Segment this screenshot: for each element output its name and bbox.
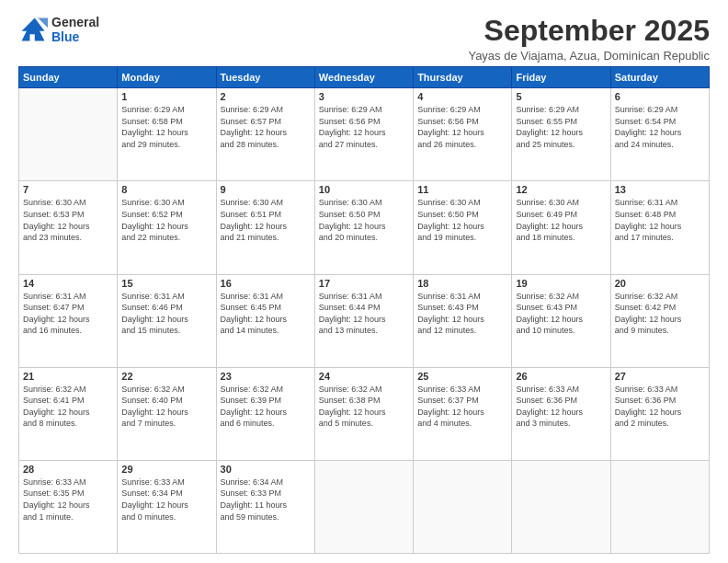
- day-detail: Sunrise: 6:32 AMSunset: 6:38 PMDaylight:…: [319, 384, 409, 430]
- day-number: 29: [121, 464, 211, 475]
- calendar-header-sunday: Sunday: [19, 67, 118, 88]
- calendar-cell: 18Sunrise: 6:31 AMSunset: 6:43 PMDayligh…: [414, 274, 512, 367]
- calendar-week-2: 14Sunrise: 6:31 AMSunset: 6:47 PMDayligh…: [19, 274, 710, 367]
- day-detail: Sunrise: 6:31 AMSunset: 6:43 PMDaylight:…: [417, 291, 507, 337]
- calendar-cell: 27Sunrise: 6:33 AMSunset: 6:36 PMDayligh…: [610, 367, 709, 460]
- calendar-cell: 10Sunrise: 6:30 AMSunset: 6:50 PMDayligh…: [314, 181, 413, 274]
- day-detail: Sunrise: 6:32 AMSunset: 6:41 PMDaylight:…: [23, 384, 113, 430]
- day-number: 9: [221, 184, 311, 195]
- calendar-header-tuesday: Tuesday: [216, 67, 314, 88]
- day-detail: Sunrise: 6:32 AMSunset: 6:43 PMDaylight:…: [516, 291, 606, 337]
- day-detail: Sunrise: 6:30 AMSunset: 6:51 PMDaylight:…: [221, 197, 311, 243]
- day-detail: Sunrise: 6:29 AMSunset: 6:57 PMDaylight:…: [221, 104, 311, 150]
- day-detail: Sunrise: 6:31 AMSunset: 6:46 PMDaylight:…: [121, 291, 211, 337]
- day-detail: Sunrise: 6:32 AMSunset: 6:42 PMDaylight:…: [615, 291, 705, 337]
- calendar-cell: 5Sunrise: 6:29 AMSunset: 6:55 PMDaylight…: [512, 88, 610, 181]
- calendar-cell: 8Sunrise: 6:30 AMSunset: 6:52 PMDaylight…: [118, 181, 216, 274]
- calendar-cell: 30Sunrise: 6:34 AMSunset: 6:33 PMDayligh…: [216, 460, 314, 553]
- day-number: 3: [319, 91, 409, 102]
- day-number: 6: [615, 91, 705, 102]
- svg-marker-0: [22, 18, 45, 41]
- day-number: 5: [516, 91, 606, 102]
- month-title: September 2025: [468, 15, 710, 47]
- calendar-header-saturday: Saturday: [610, 67, 709, 88]
- calendar-table: SundayMondayTuesdayWednesdayThursdayFrid…: [18, 66, 710, 554]
- calendar-header-wednesday: Wednesday: [314, 67, 413, 88]
- day-detail: Sunrise: 6:30 AMSunset: 6:53 PMDaylight:…: [23, 197, 113, 243]
- calendar-cell: 26Sunrise: 6:33 AMSunset: 6:36 PMDayligh…: [512, 367, 610, 460]
- calendar-cell: 2Sunrise: 6:29 AMSunset: 6:57 PMDaylight…: [216, 88, 314, 181]
- logo-text: General Blue: [51, 15, 99, 44]
- day-detail: Sunrise: 6:32 AMSunset: 6:39 PMDaylight:…: [221, 384, 311, 430]
- calendar-cell: [512, 460, 610, 553]
- day-detail: Sunrise: 6:33 AMSunset: 6:35 PMDaylight:…: [23, 477, 113, 523]
- day-detail: Sunrise: 6:29 AMSunset: 6:55 PMDaylight:…: [516, 104, 606, 150]
- calendar-cell: 12Sunrise: 6:30 AMSunset: 6:49 PMDayligh…: [512, 181, 610, 274]
- day-number: 13: [615, 184, 705, 195]
- day-number: 10: [319, 184, 409, 195]
- day-number: 17: [319, 278, 409, 289]
- day-detail: Sunrise: 6:33 AMSunset: 6:34 PMDaylight:…: [121, 477, 211, 523]
- day-number: 8: [121, 184, 211, 195]
- calendar-header-row: SundayMondayTuesdayWednesdayThursdayFrid…: [19, 67, 710, 88]
- calendar-cell: 25Sunrise: 6:33 AMSunset: 6:37 PMDayligh…: [414, 367, 512, 460]
- day-number: 4: [417, 91, 507, 102]
- day-detail: Sunrise: 6:30 AMSunset: 6:50 PMDaylight:…: [319, 197, 409, 243]
- page: General Blue September 2025 Yayas de Via…: [0, 0, 728, 563]
- calendar-week-0: 1Sunrise: 6:29 AMSunset: 6:58 PMDaylight…: [19, 88, 710, 181]
- day-number: 11: [417, 184, 507, 195]
- day-detail: Sunrise: 6:31 AMSunset: 6:45 PMDaylight:…: [221, 291, 311, 337]
- subtitle: Yayas de Viajama, Azua, Dominican Republ…: [468, 49, 710, 63]
- day-detail: Sunrise: 6:31 AMSunset: 6:47 PMDaylight:…: [23, 291, 113, 337]
- day-detail: Sunrise: 6:34 AMSunset: 6:33 PMDaylight:…: [221, 477, 311, 523]
- calendar-cell: 21Sunrise: 6:32 AMSunset: 6:41 PMDayligh…: [19, 367, 118, 460]
- logo-icon: [18, 15, 48, 44]
- calendar-cell: 24Sunrise: 6:32 AMSunset: 6:38 PMDayligh…: [314, 367, 413, 460]
- logo: General Blue: [18, 15, 99, 44]
- day-number: 1: [121, 91, 211, 102]
- calendar-cell: 3Sunrise: 6:29 AMSunset: 6:56 PMDaylight…: [314, 88, 413, 181]
- day-number: 20: [615, 278, 705, 289]
- calendar-cell: 4Sunrise: 6:29 AMSunset: 6:56 PMDaylight…: [414, 88, 512, 181]
- calendar-cell: 17Sunrise: 6:31 AMSunset: 6:44 PMDayligh…: [314, 274, 413, 367]
- day-detail: Sunrise: 6:29 AMSunset: 6:56 PMDaylight:…: [417, 104, 507, 150]
- calendar-cell: 28Sunrise: 6:33 AMSunset: 6:35 PMDayligh…: [19, 460, 118, 553]
- day-detail: Sunrise: 6:32 AMSunset: 6:40 PMDaylight:…: [121, 384, 211, 430]
- calendar-cell: 6Sunrise: 6:29 AMSunset: 6:54 PMDaylight…: [610, 88, 709, 181]
- day-number: 12: [516, 184, 606, 195]
- day-number: 16: [221, 278, 311, 289]
- day-detail: Sunrise: 6:30 AMSunset: 6:50 PMDaylight:…: [417, 197, 507, 243]
- day-number: 27: [615, 371, 705, 382]
- day-detail: Sunrise: 6:29 AMSunset: 6:54 PMDaylight:…: [615, 104, 705, 150]
- day-detail: Sunrise: 6:30 AMSunset: 6:52 PMDaylight:…: [121, 197, 211, 243]
- calendar-cell: 16Sunrise: 6:31 AMSunset: 6:45 PMDayligh…: [216, 274, 314, 367]
- calendar-cell: 20Sunrise: 6:32 AMSunset: 6:42 PMDayligh…: [610, 274, 709, 367]
- title-block: September 2025 Yayas de Viajama, Azua, D…: [468, 15, 710, 63]
- calendar-cell: 22Sunrise: 6:32 AMSunset: 6:40 PMDayligh…: [118, 367, 216, 460]
- calendar-cell: 19Sunrise: 6:32 AMSunset: 6:43 PMDayligh…: [512, 274, 610, 367]
- day-number: 7: [23, 184, 113, 195]
- calendar-cell: 13Sunrise: 6:31 AMSunset: 6:48 PMDayligh…: [610, 181, 709, 274]
- calendar-header-thursday: Thursday: [414, 67, 512, 88]
- day-detail: Sunrise: 6:31 AMSunset: 6:44 PMDaylight:…: [319, 291, 409, 337]
- day-number: 2: [221, 91, 311, 102]
- logo-line1: General: [51, 15, 99, 29]
- calendar-cell: 23Sunrise: 6:32 AMSunset: 6:39 PMDayligh…: [216, 367, 314, 460]
- calendar-header-monday: Monday: [118, 67, 216, 88]
- day-detail: Sunrise: 6:33 AMSunset: 6:37 PMDaylight:…: [417, 384, 507, 430]
- header: General Blue September 2025 Yayas de Via…: [18, 15, 710, 63]
- calendar-cell: [610, 460, 709, 553]
- calendar-cell: 1Sunrise: 6:29 AMSunset: 6:58 PMDaylight…: [118, 88, 216, 181]
- calendar-cell: 7Sunrise: 6:30 AMSunset: 6:53 PMDaylight…: [19, 181, 118, 274]
- calendar-cell: [314, 460, 413, 553]
- day-detail: Sunrise: 6:33 AMSunset: 6:36 PMDaylight:…: [516, 384, 606, 430]
- day-number: 25: [417, 371, 507, 382]
- day-detail: Sunrise: 6:29 AMSunset: 6:58 PMDaylight:…: [121, 104, 211, 150]
- day-number: 15: [121, 278, 211, 289]
- calendar-week-3: 21Sunrise: 6:32 AMSunset: 6:41 PMDayligh…: [19, 367, 710, 460]
- day-detail: Sunrise: 6:33 AMSunset: 6:36 PMDaylight:…: [615, 384, 705, 430]
- day-number: 14: [23, 278, 113, 289]
- day-number: 24: [319, 371, 409, 382]
- day-number: 26: [516, 371, 606, 382]
- calendar-cell: [414, 460, 512, 553]
